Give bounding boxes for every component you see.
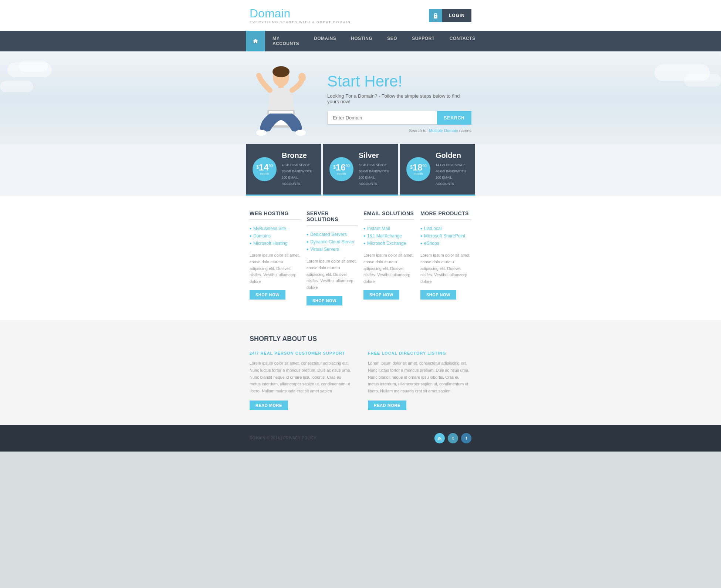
service-web-hosting: WEB HOSTING MyBusiness Site Domains Micr… (250, 210, 301, 305)
read-more-directory[interactable]: READ MORE (368, 401, 406, 410)
list-item[interactable]: MyBusiness Site (250, 225, 301, 232)
list-item[interactable]: Instant Mail (363, 225, 414, 232)
shop-now-web-hosting[interactable]: SHOP NOW (250, 290, 285, 300)
service-more-products-desc: Lorem ipsum dolor sit amet, conse dolo e… (420, 252, 471, 285)
read-more-support[interactable]: READ MORE (250, 401, 288, 410)
social-twitter-icon[interactable]: t (448, 433, 458, 443)
list-item[interactable]: Dedicated Servers (307, 231, 358, 238)
pricing-section: $ 14 99 month Bronze 4 GB DISK SPACE20 G… (0, 144, 721, 196)
login-button[interactable]: LOGIN (442, 9, 471, 22)
about-subtitle-directory: FREE LOCAL DIRECTORY LISTING (368, 351, 471, 355)
service-more-products-list: ListLocal Microsoft SharePoint eShops (420, 225, 471, 247)
hero-subtitle: Looking For a Domain? - Follow the simpl… (327, 93, 471, 104)
about-subtitle-support: 24/7 REAL PERSON CUSTOMER SUPPORT (250, 351, 353, 355)
login-area: LOGIN (429, 9, 471, 22)
nav-item-contacts[interactable]: CONTACTS (442, 31, 483, 51)
search-row: SEARCH (327, 111, 471, 125)
hero-person (246, 55, 320, 144)
svg-point-9 (295, 130, 306, 136)
svg-point-1 (435, 16, 436, 17)
social-icons: t f (434, 433, 471, 443)
service-server-solutions-list: Dedicated Servers Dynamic Cloud Server V… (307, 231, 358, 253)
services-section: WEB HOSTING MyBusiness Site Domains Micr… (0, 196, 721, 320)
about-section: SHORTLY ABOUT US 24/7 REAL PERSON CUSTOM… (0, 320, 721, 425)
svg-point-10 (438, 439, 439, 440)
pricing-bronze-features: 4 GB DISK SPACE20 GB BANDWIDTH100 EMAIL … (282, 162, 315, 187)
pricing-golden-name: Golden (436, 151, 468, 160)
list-item[interactable]: Virtual Servers (307, 246, 358, 253)
about-title: SHORTLY ABOUT US (250, 335, 471, 343)
pricing-golden-features: 14 GB DISK SPACE40 GB BANDWIDTH100 EMAIL… (436, 162, 468, 187)
logo-rest: omain (258, 7, 290, 20)
shop-now-more-products[interactable]: SHOP NOW (420, 290, 456, 300)
service-web-hosting-list: MyBusiness Site Domains Microsoft Hostin… (250, 225, 301, 247)
list-item[interactable]: Domains (250, 232, 301, 240)
service-server-solutions-title: SERVER SOLUTIONS (307, 210, 358, 226)
nav-bar: MY ACCOUNTS DOMAINS HOSTING SEO SUPPORT … (0, 31, 721, 51)
pricing-silver: $ 16 99 month Silver 8 GB DISK SPACE30 G… (323, 144, 398, 196)
list-item[interactable]: Dynamic Cloud Server (307, 238, 358, 246)
social-facebook-icon[interactable]: f (461, 433, 471, 443)
social-rss-icon[interactable] (434, 433, 445, 443)
logo-letter: D (250, 7, 258, 20)
nav-item-domains[interactable]: DOMAINS (307, 31, 343, 51)
lock-button[interactable] (429, 9, 442, 22)
service-email-solutions-title: EMAIL SOLUTIONS (363, 210, 414, 220)
list-item[interactable]: 1&1 MailXchange (363, 232, 414, 240)
pricing-golden-details: Golden 14 GB DISK SPACE40 GB BANDWIDTH10… (436, 151, 468, 187)
svg-point-3 (273, 66, 290, 77)
price-circle-golden: $ 18 99 month (406, 157, 430, 181)
pricing-golden: $ 18 99 month Golden 14 GB DISK SPACE40 … (400, 144, 475, 196)
list-item[interactable]: Microsoft Exchange (363, 240, 414, 247)
pricing-bronze-details: Bronze 4 GB DISK SPACE20 GB BANDWIDTH100… (282, 151, 315, 187)
pricing-silver-features: 8 GB DISK SPACE30 GB BANDWIDTH100 EMAIL … (359, 162, 392, 187)
about-text-directory: Lorem ipsum dolor sit amet, consectetur … (368, 360, 471, 394)
pricing-bronze: $ 14 99 month Bronze 4 GB DISK SPACE20 G… (246, 144, 321, 196)
hero-section: Start Here! Looking For a Domain? - Foll… (0, 51, 721, 144)
list-item[interactable]: Microsoft Hosting (250, 240, 301, 247)
logo-subtitle: EVERYTHING STARTS WITH A GREAT DOMAIN (250, 20, 351, 24)
nav-item-seo[interactable]: SEO (380, 31, 404, 51)
price-circle-bronze: $ 14 99 month (253, 157, 277, 181)
hero-content: Start Here! Looking For a Domain? - Foll… (320, 61, 475, 144)
service-email-solutions-desc: Lorem ipsum dolor sit amet, conse dolo e… (363, 252, 414, 285)
footer: DOMAIN © 2014 | PRIVACY POLICY t f (0, 425, 721, 452)
pricing-silver-name: Silver (359, 151, 392, 160)
about-col-customer-support: 24/7 REAL PERSON CUSTOMER SUPPORT Lorem … (250, 351, 353, 410)
search-note: Search for Multiple Domain names (327, 128, 471, 133)
service-email-solutions-list: Instant Mail 1&1 MailXchange Microsoft E… (363, 225, 414, 247)
multiple-domain-link[interactable]: Multiple Domain (429, 128, 458, 133)
list-item[interactable]: eShops (420, 240, 471, 247)
pricing-silver-details: Silver 8 GB DISK SPACE30 GB BANDWIDTH100… (359, 151, 392, 187)
list-item[interactable]: ListLocal (420, 225, 471, 232)
nav-item-support[interactable]: SUPPORT (404, 31, 442, 51)
about-text-support: Lorem ipsum dolor sit amet, consectetur … (250, 360, 353, 394)
service-email-solutions: EMAIL SOLUTIONS Instant Mail 1&1 MailXch… (363, 210, 414, 305)
pricing-bronze-name: Bronze (282, 151, 315, 160)
search-input[interactable] (327, 111, 437, 125)
price-circle-silver: $ 16 99 month (329, 157, 353, 181)
service-server-solutions: SERVER SOLUTIONS Dedicated Servers Dynam… (307, 210, 358, 305)
nav-item-hosting[interactable]: HOSTING (343, 31, 380, 51)
shop-now-email-solutions[interactable]: SHOP NOW (363, 290, 399, 300)
nav-item-my-accounts[interactable]: MY ACCOUNTS (265, 31, 307, 51)
nav-home[interactable] (246, 31, 265, 51)
about-col-directory: FREE LOCAL DIRECTORY LISTING Lorem ipsum… (368, 351, 471, 410)
service-web-hosting-desc: Lorem ipsum dolor sit amet, conse dolo e… (250, 252, 301, 285)
service-more-products-title: MORE PRODUCTS (420, 210, 471, 220)
service-web-hosting-title: WEB HOSTING (250, 210, 301, 220)
svg-point-5 (298, 73, 306, 82)
shop-now-server-solutions[interactable]: SHOP NOW (307, 296, 342, 305)
hero-title: Start Here! (327, 72, 471, 90)
service-more-products: MORE PRODUCTS ListLocal Microsoft ShareP… (420, 210, 471, 305)
search-button[interactable]: SEARCH (437, 111, 471, 125)
footer-copy: DOMAIN © 2014 | PRIVACY POLICY (250, 436, 317, 440)
logo: Domain EVERYTHING STARTS WITH A GREAT DO… (250, 7, 351, 24)
service-server-solutions-desc: Lorem ipsum dolor sit amet, conse dolo e… (307, 258, 358, 291)
svg-point-8 (256, 130, 267, 136)
list-item[interactable]: Microsoft SharePoint (420, 232, 471, 240)
